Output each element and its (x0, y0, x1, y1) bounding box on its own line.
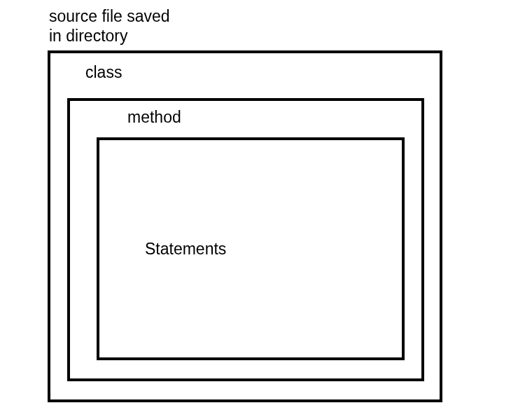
statements-label: Statements (145, 240, 226, 259)
class-label: class (85, 63, 122, 82)
method-box: method Statements (67, 98, 424, 381)
method-label: method (127, 108, 181, 127)
source-file-label-line1: source file saved (49, 7, 170, 25)
source-file-label: source file saved in directory (49, 7, 170, 46)
source-file-label-line2: in directory (49, 27, 127, 45)
statements-box: Statements (97, 137, 405, 360)
class-box: class method Statements (48, 50, 442, 402)
